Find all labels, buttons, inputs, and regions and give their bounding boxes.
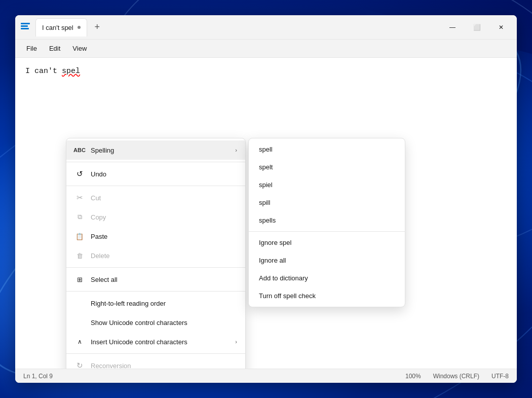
- tab-modified-dot: [78, 26, 81, 29]
- spell-action-ignore[interactable]: Ignore spel: [249, 234, 405, 251]
- separator-2: [66, 186, 245, 186]
- rtl-icon: [74, 298, 85, 308]
- separator-4: [66, 291, 245, 292]
- ctx-cut: ✂ Cut: [66, 188, 245, 207]
- ctx-show-unicode[interactable]: Show Unicode control characters: [66, 313, 245, 332]
- window-controls: — ⬜ ✕: [441, 19, 513, 35]
- spell-suggestion-1[interactable]: spelt: [249, 158, 405, 176]
- ctx-reconversion-label: Reconversion: [91, 362, 237, 369]
- reconversion-icon: ↻: [74, 360, 85, 369]
- minimize-button[interactable]: —: [441, 19, 464, 35]
- maximize-button[interactable]: ⬜: [465, 19, 488, 35]
- spell-suggestion-4[interactable]: spells: [249, 211, 405, 229]
- select-all-icon: ⊞: [74, 274, 85, 284]
- spell-action-ignore-all[interactable]: Ignore all: [249, 251, 405, 269]
- menu-bar: File Edit View: [15, 40, 517, 58]
- ctx-rtl[interactable]: Right-to-left reading order: [66, 294, 245, 313]
- spell-separator-1: [249, 231, 405, 232]
- ctx-spelling-label: Spelling: [91, 147, 229, 154]
- active-tab[interactable]: I can't spel: [35, 18, 87, 37]
- ctx-insert-unicode[interactable]: ∧ Insert Unicode control characters ›: [66, 332, 245, 351]
- ctx-rtl-label: Right-to-left reading order: [91, 300, 237, 307]
- spell-action-add-dict[interactable]: Add to dictionary: [249, 269, 405, 287]
- show-unicode-icon: [74, 317, 85, 328]
- status-bar: Ln 1, Col 9 100% Windows (CRLF) UTF-8: [15, 369, 517, 383]
- ctx-spelling[interactable]: ABC Spelling ›: [66, 140, 245, 160]
- insert-unicode-icon: ∧: [74, 337, 85, 347]
- ctx-delete-label: Delete: [91, 252, 237, 260]
- delete-icon: 🗑: [74, 250, 85, 261]
- spelling-submenu: spell spelt spiel spill spells Ignore sp…: [248, 138, 405, 307]
- ctx-paste-label: Paste: [91, 233, 237, 240]
- spell-suggestion-3[interactable]: spill: [249, 194, 405, 211]
- spell-suggestion-2[interactable]: spiel: [249, 176, 405, 194]
- ctx-reconversion: ↻ Reconversion: [66, 356, 245, 369]
- insert-unicode-arrow: ›: [235, 339, 237, 345]
- ctx-select-all[interactable]: ⊞ Select all: [66, 270, 245, 289]
- ctx-undo-label: Undo: [91, 170, 237, 178]
- status-position: Ln 1, Col 9: [23, 373, 53, 380]
- menu-file[interactable]: File: [21, 43, 42, 54]
- spelling-icon: ABC: [74, 145, 85, 155]
- copy-icon: ⧉: [74, 212, 85, 222]
- spell-action-turn-off[interactable]: Turn off spell check: [249, 287, 405, 305]
- ctx-delete: 🗑 Delete: [66, 246, 245, 265]
- close-button[interactable]: ✕: [489, 19, 513, 35]
- undo-icon: ↺: [74, 169, 85, 179]
- menu-edit[interactable]: Edit: [44, 43, 65, 54]
- editor-area[interactable]: I can't spel ABC Spelling › ↺ Undo ✂ Cut: [15, 58, 517, 369]
- ctx-insert-unicode-label: Insert Unicode control characters: [91, 338, 229, 346]
- separator-5: [66, 353, 245, 354]
- editor-content-plain: I can't: [25, 67, 62, 76]
- status-zoom[interactable]: 100%: [405, 373, 421, 380]
- menu-view[interactable]: View: [67, 43, 92, 54]
- ctx-paste[interactable]: 📋 Paste: [66, 227, 245, 246]
- ctx-copy-label: Copy: [91, 213, 237, 221]
- status-encoding[interactable]: UTF-8: [491, 373, 509, 380]
- spelling-arrow: ›: [235, 147, 237, 153]
- separator-1: [66, 162, 245, 162]
- ctx-select-all-label: Select all: [91, 276, 237, 283]
- ctx-undo[interactable]: ↺ Undo: [66, 164, 245, 184]
- title-bar: I can't spel + — ⬜ ✕: [15, 15, 517, 40]
- cut-icon: ✂: [74, 193, 85, 203]
- tab-title: I can't spel: [42, 24, 73, 31]
- ctx-copy: ⧉ Copy: [66, 207, 245, 227]
- title-bar-left: I can't spel +: [19, 18, 441, 37]
- notepad-window: I can't spel + — ⬜ ✕ File Edit View I ca…: [15, 15, 517, 383]
- status-line-ending[interactable]: Windows (CRLF): [433, 373, 479, 380]
- app-icon: [19, 21, 31, 33]
- paste-icon: 📋: [74, 231, 85, 241]
- spell-suggestion-0[interactable]: spell: [249, 140, 405, 158]
- ctx-show-unicode-label: Show Unicode control characters: [91, 319, 237, 327]
- separator-3: [66, 267, 245, 268]
- context-menu: ABC Spelling › ↺ Undo ✂ Cut ⧉ Copy: [66, 138, 246, 369]
- add-tab-button[interactable]: +: [89, 19, 105, 35]
- editor-content-misspelled: spel: [62, 67, 80, 76]
- ctx-cut-label: Cut: [91, 194, 237, 202]
